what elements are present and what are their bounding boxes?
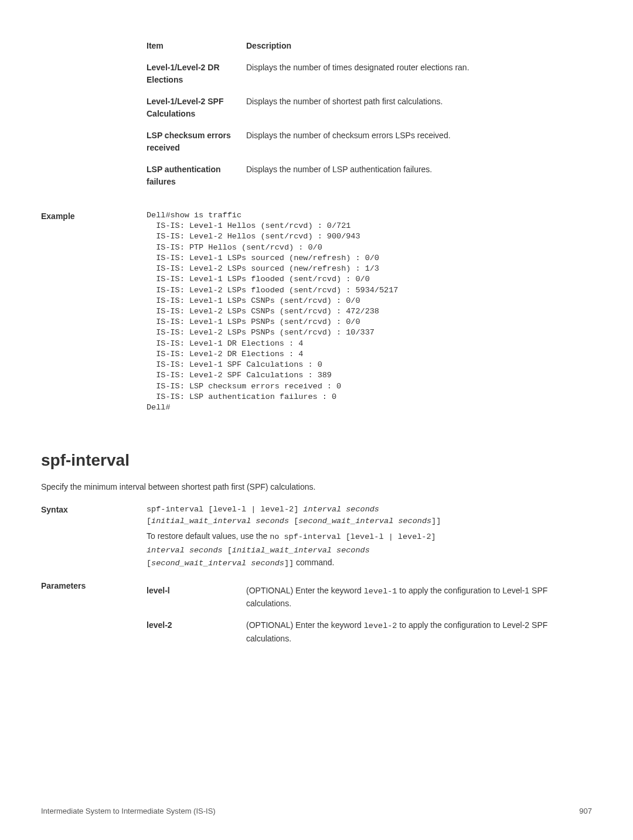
parameters-block: Parameters level-l (OPTIONAL) Enter the … xyxy=(41,580,592,650)
syntax-restore: To restore default values, use the no sp… xyxy=(147,530,441,569)
table-item: LSP checksum errors received xyxy=(147,129,246,154)
table-desc: Displays the number of LSP authenticatio… xyxy=(246,163,592,188)
parameters-rows: level-l (OPTIONAL) Enter the keyword lev… xyxy=(147,580,592,650)
syntax-line: [initial_wait_interval seconds [second_w… xyxy=(147,515,441,527)
syntax-line: spf-interval [level-l | level-2] interva… xyxy=(147,504,441,515)
param-desc-mono: level-2 xyxy=(364,622,397,630)
syntax-italic: initial_wait_interval seconds xyxy=(151,517,289,525)
syntax-text: ]] xyxy=(431,517,441,525)
table-row: LSP authentication failures Displays the… xyxy=(147,159,592,193)
param-desc-text: (OPTIONAL) Enter the keyword xyxy=(246,620,364,630)
syntax-italic-mono: initial_wait_interval seconds xyxy=(232,546,370,555)
param-desc-text: (OPTIONAL) Enter the keyword xyxy=(246,586,364,595)
section-intro: Specify the minimum interval between sho… xyxy=(41,481,592,493)
table-header-item: Item xyxy=(147,40,246,52)
syntax-italic-mono: interval seconds xyxy=(147,546,223,555)
table-desc: Displays the number of shortest path fir… xyxy=(246,95,592,120)
table-desc: Displays the number of times designated … xyxy=(246,62,592,86)
syntax-block: Syntax spf-interval [level-l | level-2] … xyxy=(41,504,592,569)
table-header-row: Item Description xyxy=(147,35,592,57)
example-block: Example Dell#show is traffic IS-IS: Leve… xyxy=(41,210,592,413)
param-row: level-2 (OPTIONAL) Enter the keyword lev… xyxy=(147,614,592,649)
param-desc: (OPTIONAL) Enter the keyword level-1 to … xyxy=(246,585,592,610)
syntax-italic: interval seconds xyxy=(303,505,379,514)
syntax-text: [ xyxy=(147,517,151,525)
syntax-mono: ]] xyxy=(284,559,294,568)
example-label: Example xyxy=(41,210,147,413)
syntax-italic: second_wait_interval seconds xyxy=(298,517,431,525)
footer-left: Intermediate System to Intermediate Syst… xyxy=(41,805,216,817)
table-header-desc: Description xyxy=(246,40,592,52)
syntax-text: spf-interval [level-l | level-2] xyxy=(147,505,303,514)
table-item: Level-1/Level-2 SPF Calculations xyxy=(147,95,246,120)
syntax-mono: no spf-interval [level-l | level-2] xyxy=(270,532,436,541)
param-name: level-2 xyxy=(147,619,246,644)
description-table: Item Description Level-1/Level-2 DR Elec… xyxy=(147,35,592,193)
example-code: Dell#show is traffic IS-IS: Level-1 Hell… xyxy=(147,210,398,413)
syntax-italic-mono: second_wait_interval seconds xyxy=(151,559,284,568)
section-title: spf-interval xyxy=(41,448,592,473)
table-row: LSP checksum errors received Displays th… xyxy=(147,125,592,159)
syntax-text: [ xyxy=(289,517,298,525)
table-row: Level-1/Level-2 SPF Calculations Display… xyxy=(147,91,592,125)
parameters-label: Parameters xyxy=(41,580,147,650)
syntax-mono: [ xyxy=(223,546,232,555)
page-footer: Intermediate System to Intermediate Syst… xyxy=(41,805,592,817)
param-name: level-l xyxy=(147,585,246,610)
footer-page-number: 907 xyxy=(579,805,592,817)
syntax-label: Syntax xyxy=(41,504,147,569)
syntax-prose-text: To restore default values, use the xyxy=(147,531,270,541)
table-desc: Displays the number of checksum errors L… xyxy=(246,129,592,154)
syntax-mono: [ xyxy=(147,559,151,568)
syntax-prose-text: command. xyxy=(294,558,334,567)
table-item: LSP authentication failures xyxy=(147,163,246,188)
syntax-content: spf-interval [level-l | level-2] interva… xyxy=(147,504,441,569)
table-item: Level-1/Level-2 DR Elections xyxy=(147,62,246,86)
param-desc: (OPTIONAL) Enter the keyword level-2 to … xyxy=(246,619,592,644)
param-desc-mono: level-1 xyxy=(364,587,397,596)
param-row: level-l (OPTIONAL) Enter the keyword lev… xyxy=(147,580,592,614)
table-row: Level-1/Level-2 DR Elections Displays th… xyxy=(147,57,592,91)
